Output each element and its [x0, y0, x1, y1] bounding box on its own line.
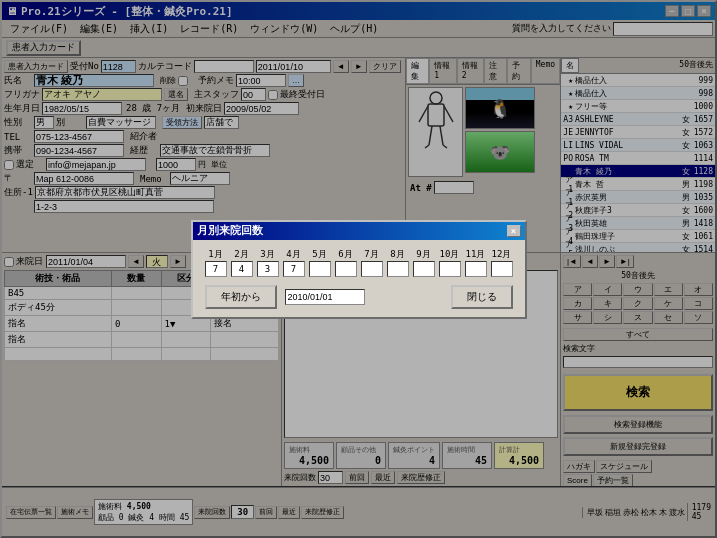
month-cell-1: 1月 7: [205, 248, 227, 277]
month-cell-12: 12月: [491, 248, 513, 277]
month-cell-9: 9月: [413, 248, 435, 277]
modal-content: 1月 7 2月 4 3月 3 4月 7 5月: [193, 240, 525, 317]
month-cell-5: 5月: [309, 248, 331, 277]
month-val-12: [491, 261, 513, 277]
monthly-visits-modal: 月別来院回数 × 1月 7 2月 4 3月 3 4月: [191, 220, 527, 319]
month-val-9: [413, 261, 435, 277]
month-val-1: 7: [205, 261, 227, 277]
month-cell-3: 3月 3: [257, 248, 279, 277]
month-val-10: [439, 261, 461, 277]
month-val-4: 7: [283, 261, 305, 277]
month-cell-11: 11月: [465, 248, 487, 277]
month-cell-8: 8月: [387, 248, 409, 277]
month-val-6: [335, 261, 357, 277]
modal-bottom-row: 年初から 閉じる: [205, 285, 513, 309]
month-labels-row: 1月 7 2月 4 3月 3 4月 7 5月: [205, 248, 513, 277]
modal-title-bar: 月別来院回数 ×: [193, 222, 525, 240]
month-val-2: 4: [231, 261, 253, 277]
month-val-3: 3: [257, 261, 279, 277]
date-from-input[interactable]: [285, 289, 365, 305]
month-cell-2: 2月 4: [231, 248, 253, 277]
month-cell-7: 7月: [361, 248, 383, 277]
close-dialog-btn[interactable]: 閉じる: [451, 285, 513, 309]
month-cell-4: 4月 7: [283, 248, 305, 277]
modal-close-icon[interactable]: ×: [507, 225, 521, 237]
year-from-btn[interactable]: 年初から: [205, 285, 277, 309]
modal-overlay[interactable]: 月別来院回数 × 1月 7 2月 4 3月 3 4月: [0, 0, 717, 538]
month-cell-6: 6月: [335, 248, 357, 277]
month-val-7: [361, 261, 383, 277]
month-cell-10: 10月: [439, 248, 461, 277]
month-val-11: [465, 261, 487, 277]
month-val-5: [309, 261, 331, 277]
month-val-8: [387, 261, 409, 277]
modal-title: 月別来院回数: [197, 223, 263, 238]
